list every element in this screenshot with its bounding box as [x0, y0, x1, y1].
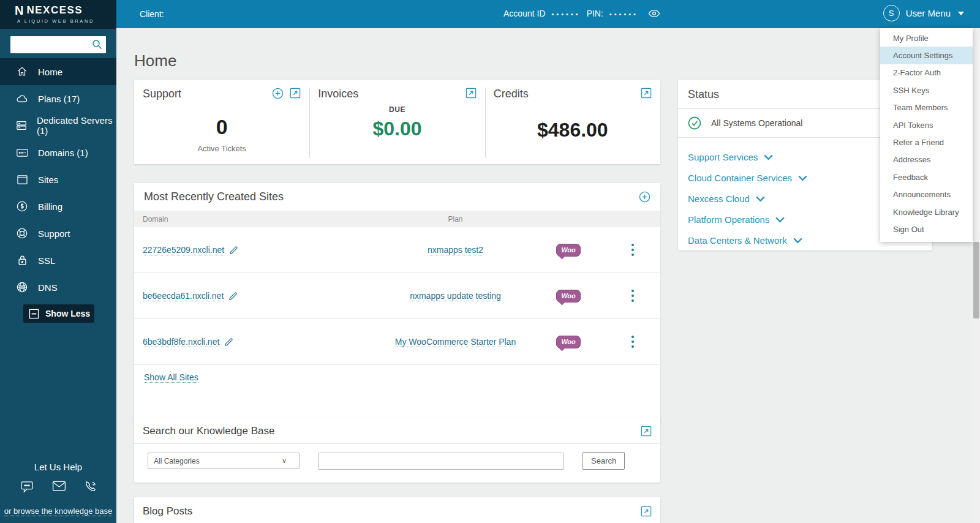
menu-item-sign-out[interactable]: Sign Out [880, 220, 973, 238]
menu-item-my-profile[interactable]: My Profile [880, 29, 973, 47]
column-header-plan: Plan [379, 215, 532, 224]
menu-item-ssh-keys[interactable]: SSH Keys [880, 81, 973, 99]
knowledge-base-card: Search our Knowledge Base All Categories… [134, 418, 660, 483]
sidebar-item-label: Plans (17) [38, 94, 80, 104]
kb-search-button[interactable]: Search [582, 452, 625, 470]
plan-link[interactable]: My WooCommerce Starter Plan [395, 337, 516, 347]
trademark-mark: ` [86, 6, 87, 10]
chevron-down-icon [798, 175, 807, 181]
kb-title: Search our Knowledge Base [143, 425, 274, 437]
active-tickets-count: 0 [143, 115, 301, 139]
brand-name: NEXCESS [26, 4, 83, 17]
mail-icon[interactable] [52, 481, 66, 493]
kb-category-select[interactable]: All Categories ∨ [148, 453, 300, 469]
sidebar-item-label: Sites [38, 175, 58, 185]
plan-link[interactable]: nxmapps test2 [428, 245, 483, 255]
pin-label: PIN: [587, 9, 603, 18]
external-link-icon[interactable] [466, 88, 477, 99]
external-link-icon[interactable] [641, 426, 652, 437]
show-less-button[interactable]: Show Less [23, 304, 94, 323]
menu-item-team-members[interactable]: Team Members [880, 99, 973, 116]
plan-link[interactable]: nxmapps update testing [410, 291, 501, 301]
sidebar-item-domains[interactable]: Domains (1) [0, 139, 116, 166]
sidebar-item-label: Dedicated Servers (1) [37, 115, 116, 136]
avatar[interactable]: S [883, 5, 900, 21]
sidebar-item-label: DNS [38, 282, 58, 293]
menu-item-announcements[interactable]: Announcements [880, 186, 973, 203]
edit-pencil-icon[interactable] [228, 292, 238, 301]
status-link-label: Data Centers & Network [688, 235, 787, 246]
sidebar-item-dns[interactable]: DNS [0, 274, 116, 301]
menu-item-2-factor-auth[interactable]: 2-Factor Auth [880, 64, 973, 81]
topbar: Client: Account ID •••••• PIN: •••••• S … [116, 0, 980, 28]
chevron-down-icon [756, 196, 765, 202]
sidebar-item-sites[interactable]: Sites [0, 166, 116, 193]
sites-table-header: Domain Plan [134, 211, 660, 227]
add-site-icon[interactable] [639, 191, 650, 203]
row-actions-kebab-icon[interactable] [605, 336, 660, 348]
knowledge-base-link[interactable]: or browse the knowledge base [4, 506, 112, 516]
external-link-icon[interactable] [290, 88, 301, 99]
active-tickets-caption: Active Tickets [143, 144, 301, 153]
account-id-mask: •••••• [552, 10, 581, 18]
credits-amount: $486.00 [494, 119, 652, 141]
menu-item-feedback[interactable]: Feedback [880, 168, 973, 186]
edit-pencil-icon[interactable] [224, 337, 233, 347]
pin-mask: •••••• [609, 10, 638, 18]
row-actions-kebab-icon[interactable] [605, 244, 660, 256]
recent-sites-title: Most Recently Created Sites [144, 190, 284, 203]
eye-icon[interactable] [648, 9, 660, 18]
external-link-icon[interactable] [641, 88, 652, 99]
chevron-down-icon: ∨ [282, 457, 287, 465]
page-title: Home [134, 51, 176, 70]
external-link-icon[interactable] [641, 506, 652, 517]
sidebar-item-home[interactable]: Home [0, 58, 116, 85]
domain-link[interactable]: be6eecda61.nxcli.net [143, 291, 224, 301]
sidebar-item-plans[interactable]: Plans (17) [0, 85, 116, 112]
menu-item-account-settings[interactable]: Account Settings [880, 47, 973, 64]
recent-sites-card: Most Recently Created Sites Domain Plan … [134, 183, 660, 423]
sidebar: N NEXCESS ` A LIQUID WEB BRAND Home Plan… [0, 0, 116, 523]
nexcess-n-icon: N [15, 4, 23, 17]
invoices-due-amount: $0.00 [318, 118, 476, 140]
domain-link[interactable]: 6be3bdf8fe.nxcli.net [143, 337, 219, 347]
dollar-circle-icon [16, 201, 28, 212]
sidebar-search [10, 36, 106, 53]
invoices-stat: Invoices DUE $0.00 [309, 80, 484, 164]
sidebar-item-label: Domains (1) [38, 148, 88, 158]
table-row: 22726e5209.nxcli.net nxmapps test2 Woo [134, 227, 660, 273]
chevron-down-icon [764, 154, 773, 160]
menu-item-addresses[interactable]: Addresses [880, 151, 973, 168]
edit-pencil-icon[interactable] [229, 246, 238, 255]
show-all-sites-link[interactable]: Show All Sites [144, 372, 198, 383]
sidebar-item-ssl[interactable]: SSL [0, 247, 116, 274]
scrollbar-thumb[interactable] [973, 242, 979, 318]
chat-icon[interactable] [20, 481, 34, 493]
search-icon[interactable] [92, 39, 102, 50]
sidebar-item-dedicated-servers[interactable]: Dedicated Servers (1) [0, 112, 116, 139]
menu-item-api-tokens[interactable]: API Tokens [880, 116, 973, 134]
row-actions-kebab-icon[interactable] [605, 290, 660, 302]
sidebar-item-support[interactable]: Support [0, 220, 116, 247]
column-header-domain: Domain [134, 215, 379, 224]
menu-item-refer-a-friend[interactable]: Refer a Friend [880, 134, 973, 151]
main-content: Home Support 0 Active Tickets Invoices [116, 28, 980, 523]
user-menu-trigger[interactable]: S User Menu [883, 5, 964, 21]
sidebar-item-billing[interactable]: Billing [0, 193, 116, 220]
brand-logo[interactable]: N NEXCESS ` A LIQUID WEB BRAND [0, 0, 116, 29]
brand-tagline: A LIQUID WEB BRAND [17, 18, 116, 24]
add-ticket-icon[interactable] [272, 88, 284, 99]
menu-item-knowledge-library[interactable]: Knowledge Library [880, 203, 973, 220]
phone-icon[interactable] [85, 481, 97, 493]
cloud-icon [16, 94, 28, 103]
kb-search-input[interactable] [318, 453, 564, 470]
credits-stat: Credits $486.00 [485, 80, 660, 164]
page-scrollbar[interactable] [973, 28, 980, 523]
account-credentials: Account ID •••••• PIN: •••••• [503, 9, 660, 18]
show-less-label: Show Less [45, 309, 90, 318]
lock-icon [16, 255, 28, 266]
sidebar-item-label: Home [38, 67, 62, 77]
check-circle-icon [688, 116, 701, 130]
woocommerce-badge: Woo [556, 336, 581, 348]
domain-link[interactable]: 22726e5209.nxcli.net [143, 245, 224, 255]
